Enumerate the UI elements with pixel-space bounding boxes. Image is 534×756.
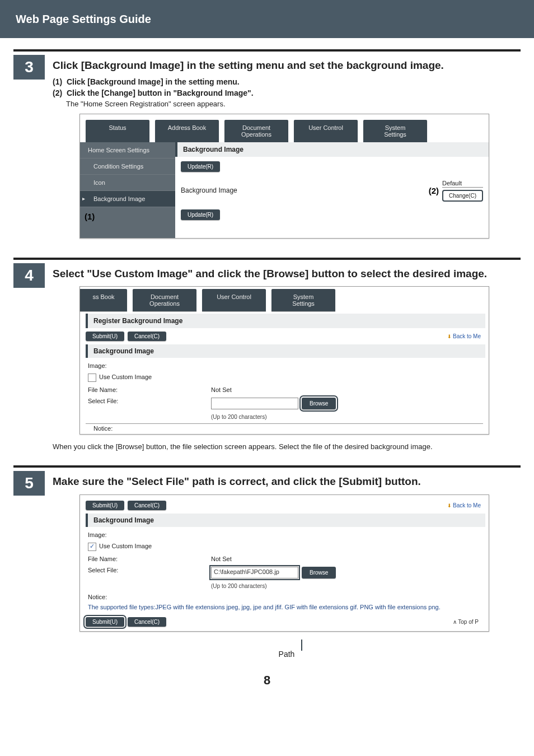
file-path-input[interactable]: C:\fakepath\FJPC008.jp (211, 567, 298, 578)
sidebar-item-background[interactable]: ▸ Background Image (80, 191, 175, 207)
step4-screenshot: ss Book Document Operations User Control… (79, 286, 489, 435)
file-name-label: File Name: (88, 386, 211, 393)
sidebar-item-home[interactable]: Home Screen Settings (80, 142, 175, 158)
change-button[interactable]: Change(C) (442, 190, 483, 202)
path-callout-label: Path (53, 650, 521, 659)
select-file-label: Select File: (88, 398, 211, 409)
char-limit-hint: (Up to 200 characters) (211, 414, 267, 420)
divider (13, 49, 521, 52)
update-button-bottom[interactable]: Update(R) (181, 209, 220, 220)
panel-subtitle-bg: Background Image (86, 514, 485, 527)
back-link[interactable]: Back to Me (447, 502, 481, 508)
bg-image-label: Background Image (181, 186, 293, 194)
step3-title: Click [Background Image] in the setting … (53, 58, 521, 73)
tab-user-control[interactable]: User Control (202, 289, 266, 311)
divider (13, 258, 521, 260)
step5-screenshot: Submit(U) Cancel(C) Back to Me Backgroun… (79, 494, 489, 632)
file-path-input[interactable] (211, 398, 298, 409)
file-name-label: File Name: (88, 556, 211, 562)
header-bar: Web Page Settings Guide (0, 0, 534, 38)
default-label: Default (442, 180, 483, 188)
file-name-value: Not Set (211, 556, 232, 562)
sidebar-item-label: Background Image (93, 195, 145, 202)
image-label: Image: (88, 531, 211, 538)
step-number-4: 4 (13, 263, 45, 288)
step-number-5: 5 (13, 471, 45, 496)
step4-caption: When you click the [Browse] button, the … (53, 442, 521, 451)
tabs-row: ss Book Document Operations User Control… (80, 287, 489, 311)
update-button-top[interactable]: Update(R) (181, 161, 220, 172)
step3-sub2: (2) Click the [Change] button in "Backgr… (53, 88, 521, 97)
path-callout-line (301, 640, 521, 651)
notice-label: Notice: (88, 594, 107, 600)
cancel-button-top[interactable]: Cancel(C) (128, 501, 166, 510)
browse-button[interactable]: Browse (302, 567, 336, 578)
tab-system-settings[interactable]: System Settings (363, 120, 427, 142)
page-number: 8 (13, 673, 521, 688)
divider (13, 465, 521, 468)
tab-user-control[interactable]: User Control (294, 120, 358, 142)
browse-button[interactable]: Browse (302, 398, 336, 409)
tab-address-book[interactable]: Address Book (155, 120, 219, 142)
tab-doc-ops[interactable]: Document Operations (133, 289, 196, 311)
tab-system-settings[interactable]: System Settings (271, 289, 335, 311)
cancel-button[interactable]: Cancel(C) (128, 332, 166, 341)
page-title: Web Page Settings Guide (16, 13, 151, 26)
image-label: Image: (88, 362, 211, 369)
submit-button-bottom[interactable]: Submit(U) (86, 617, 124, 627)
sidebar: Home Screen Settings Condition Settings … (80, 142, 175, 238)
select-file-label: Select File: (88, 567, 211, 578)
panel-title-bg: Background Image (175, 142, 489, 157)
step3-sub1: (1) Click [Background Image] in the sett… (53, 77, 521, 86)
top-of-page-link[interactable]: ∧ Top of P (453, 619, 479, 625)
submit-button[interactable]: Submit(U) (86, 332, 124, 341)
use-custom-checkbox-checked[interactable]: ✓ (88, 543, 96, 551)
panel-title-register: Register Background Image (86, 314, 485, 328)
notice-text: The supported file types:JPEG with file … (80, 603, 489, 612)
panel-subtitle-bg: Background Image (86, 344, 485, 358)
annotation-2: (2) (429, 186, 439, 195)
tab-status[interactable]: Status (86, 120, 149, 142)
use-custom-label: Use Custom Image (99, 374, 152, 382)
notice-label: Notice: (93, 425, 113, 432)
annotation-1: (1) (80, 207, 175, 231)
step4-title: Select "Use Custom Image" and click the … (53, 267, 521, 281)
back-link[interactable]: Back to Me (447, 333, 481, 339)
tab-doc-ops[interactable]: Document Operations (224, 120, 288, 142)
tab-address-book-cut[interactable]: ss Book (80, 289, 127, 311)
submit-button-top[interactable]: Submit(U) (86, 501, 124, 510)
sidebar-item-condition[interactable]: Condition Settings (80, 158, 175, 175)
cancel-button-bottom[interactable]: Cancel(C) (128, 617, 166, 627)
tabs-row: Status Address Book Document Operations … (80, 114, 489, 142)
step-number-3: 3 (13, 55, 45, 80)
step3-body: The "Home Screen Registration" screen ap… (66, 100, 521, 108)
char-limit-hint: (Up to 200 characters) (211, 583, 267, 589)
use-custom-label: Use Custom Image (99, 543, 152, 551)
sidebar-item-icon-menu[interactable]: Icon (80, 175, 175, 191)
use-custom-checkbox[interactable] (88, 374, 96, 382)
file-name-value: Not Set (211, 386, 232, 393)
step5-title: Make sure the "Select File" path is corr… (53, 474, 521, 489)
step3-screenshot: Status Address Book Document Operations … (79, 114, 489, 239)
chevron-right-icon: ▸ (82, 195, 85, 202)
